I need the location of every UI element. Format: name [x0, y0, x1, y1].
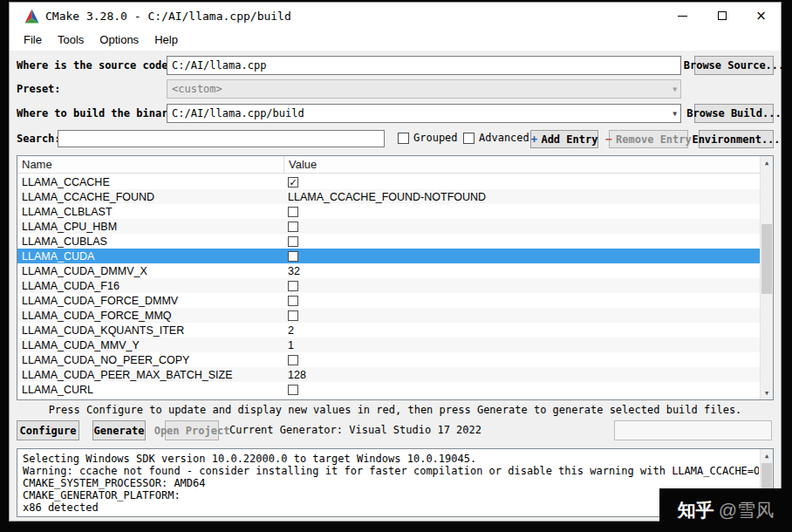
source-code-input[interactable] — [167, 56, 681, 75]
grouped-label: Grouped — [413, 132, 458, 144]
table-row[interactable]: LLAMA_CUDA_KQUANTS_ITER2 — [17, 323, 760, 338]
scrollbar-thumb[interactable] — [761, 224, 772, 294]
preset-label: Preset: — [17, 79, 61, 99]
column-header-name[interactable]: Name — [17, 156, 284, 173]
grouped-checkbox-group[interactable]: Grouped — [398, 132, 458, 144]
scroll-up-icon[interactable]: ▲ — [761, 449, 773, 462]
menubar: FileToolsOptionsHelp — [10, 29, 781, 51]
preset-value: <custom> — [172, 83, 673, 95]
cache-entry-name: LLAMA_CUDA_F16 — [17, 280, 284, 292]
search-input[interactable] — [58, 130, 385, 147]
progress-bar — [614, 420, 772, 440]
maximize-button[interactable] — [702, 3, 741, 29]
cache-entry-name: LLAMA_CCACHE_FOUND — [17, 191, 284, 203]
output-line: Warning: ccache not found - consider ins… — [23, 465, 759, 477]
cache-entry-value[interactable] — [284, 236, 760, 247]
menu-item-file[interactable]: File — [16, 31, 50, 48]
table-row[interactable]: LLAMA_CUDA_DMMV_X32 — [17, 263, 760, 278]
menu-item-help[interactable]: Help — [147, 31, 186, 48]
table-row[interactable]: LLAMA_CUDA_NO_PEER_COPY — [17, 352, 760, 367]
generate-button[interactable]: Generate — [92, 420, 146, 440]
output-line: CMAKE_SYSTEM_PROCESSOR: AMD64 — [23, 477, 759, 489]
environment-button[interactable]: Environment... — [699, 130, 774, 148]
cache-entry-name: LLAMA_CUBLAS — [17, 235, 284, 248]
menu-item-options[interactable]: Options — [92, 31, 147, 48]
build-path-dropdown[interactable]: C:/AI/llama.cpp/build ▼ — [167, 104, 681, 123]
cache-entry-value[interactable] — [284, 222, 760, 232]
cache-entry-value[interactable] — [284, 296, 760, 306]
table-row[interactable]: LLAMA_CUDA_PEER_MAX_BATCH_SIZE128 — [17, 367, 760, 382]
watermark-brand: 知乎 — [678, 498, 714, 522]
close-icon: × — [755, 10, 767, 23]
cache-entry-value[interactable] — [284, 355, 760, 365]
source-code-label: Where is the source code: — [17, 56, 174, 75]
table-row[interactable]: LLAMA_CUDA — [17, 249, 760, 263]
add-entry-button[interactable]: + Add Entry — [530, 130, 598, 148]
cache-entry-value[interactable] — [284, 281, 760, 291]
cache-table: Name Value LLAMA_CCACHE✓LLAMA_CCACHE_FOU… — [17, 155, 774, 400]
table-row[interactable]: LLAMA_CCACHE✓ — [17, 174, 760, 189]
checkbox-unchecked[interactable] — [288, 355, 298, 365]
cache-entry-name: LLAMA_CPU_HBM — [17, 221, 284, 233]
scrollbar-thumb[interactable] — [761, 463, 772, 489]
advanced-label: Advanced — [479, 132, 529, 144]
search-label: Search: — [17, 130, 61, 147]
table-row[interactable]: LLAMA_CPU_HBM — [17, 219, 760, 234]
output-line: CMAKE_GENERATOR_PLATFORM: — [23, 489, 759, 501]
checkbox-checked[interactable]: ✓ — [288, 177, 298, 188]
scroll-down-icon[interactable]: ▼ — [761, 386, 773, 399]
checkbox-unchecked[interactable] — [288, 251, 298, 262]
table-row[interactable]: LLAMA_CUDA_F16 — [17, 278, 760, 293]
browse-build-button[interactable]: Browse Build... — [694, 104, 774, 123]
table-scrollbar[interactable]: ▲ ▼ — [760, 156, 773, 399]
cache-entry-value[interactable] — [284, 251, 760, 262]
cache-entry-value[interactable]: 2 — [284, 324, 760, 337]
cache-entry-value[interactable]: LLAMA_CCACHE_FOUND-NOTFOUND — [284, 191, 760, 203]
grouped-checkbox[interactable] — [398, 133, 409, 144]
preset-dropdown[interactable]: <custom> ▼ — [167, 79, 681, 99]
scroll-up-icon[interactable]: ▲ — [761, 156, 773, 169]
cache-entry-name: LLAMA_CUDA_FORCE_DMMV — [17, 295, 284, 307]
cache-table-body: LLAMA_CCACHE✓LLAMA_CCACHE_FOUNDLLAMA_CCA… — [17, 174, 760, 399]
advanced-checkbox[interactable] — [463, 133, 475, 144]
cache-entry-name: LLAMA_CUDA_NO_PEER_COPY — [17, 354, 284, 366]
cmake-window: CMake 3.28.0 - C:/AI/llama.cpp/build × F… — [9, 2, 782, 522]
checkbox-unchecked[interactable] — [288, 236, 298, 247]
cache-entry-value[interactable]: 128 — [284, 369, 760, 381]
menu-item-tools[interactable]: Tools — [50, 31, 92, 48]
checkbox-unchecked[interactable] — [288, 385, 298, 395]
configure-button[interactable]: Configure — [17, 420, 79, 440]
cache-entry-value[interactable]: ✓ — [284, 177, 760, 188]
cache-entry-value[interactable]: 32 — [284, 265, 760, 277]
table-row[interactable]: LLAMA_CUDA_FORCE_DMMV — [17, 293, 760, 308]
cache-entry-name: LLAMA_CUDA_PEER_MAX_BATCH_SIZE — [17, 369, 284, 381]
table-row[interactable]: LLAMA_CCACHE_FOUNDLLAMA_CCACHE_FOUND-NOT… — [17, 189, 760, 204]
minimize-button[interactable] — [663, 3, 702, 29]
table-row[interactable]: LLAMA_CUBLAS — [17, 234, 760, 249]
checkbox-unchecked[interactable] — [288, 296, 298, 306]
checkbox-unchecked[interactable] — [288, 222, 298, 232]
table-row[interactable]: LLAMA_CUDA_FORCE_MMQ — [17, 308, 760, 323]
open-project-button[interactable]: Open Project — [165, 420, 219, 440]
titlebar[interactable]: CMake 3.28.0 - C:/AI/llama.cpp/build × — [10, 3, 781, 29]
chevron-down-icon: ▼ — [673, 110, 677, 118]
hint-text: Press Configure to update and display ne… — [17, 404, 774, 416]
cache-entry-value[interactable] — [284, 385, 760, 395]
cache-entry-value[interactable] — [284, 207, 760, 217]
cache-entry-name: LLAMA_CUDA — [17, 250, 284, 263]
cache-entry-value[interactable]: 1 — [284, 339, 760, 351]
checkbox-unchecked[interactable] — [288, 207, 298, 217]
advanced-checkbox-group[interactable]: Advanced — [463, 132, 529, 144]
table-row[interactable]: LLAMA_CUDA_MMV_Y1 — [17, 338, 760, 352]
cache-entry-value[interactable] — [284, 310, 760, 321]
checkbox-unchecked[interactable] — [288, 310, 298, 321]
remove-entry-button[interactable]: − Remove Entry — [609, 130, 688, 148]
close-button[interactable]: × — [741, 3, 781, 29]
column-header-value[interactable]: Value — [284, 156, 760, 173]
checkbox-unchecked[interactable] — [288, 281, 298, 291]
table-row[interactable]: LLAMA_CLBLAST — [17, 204, 760, 219]
browse-source-button[interactable]: Browse Source... — [694, 56, 774, 75]
table-row[interactable]: LLAMA_CURL — [17, 382, 760, 397]
add-entry-label: Add Entry — [541, 133, 597, 146]
cache-entry-name: LLAMA_CUDA_FORCE_MMQ — [17, 310, 284, 322]
